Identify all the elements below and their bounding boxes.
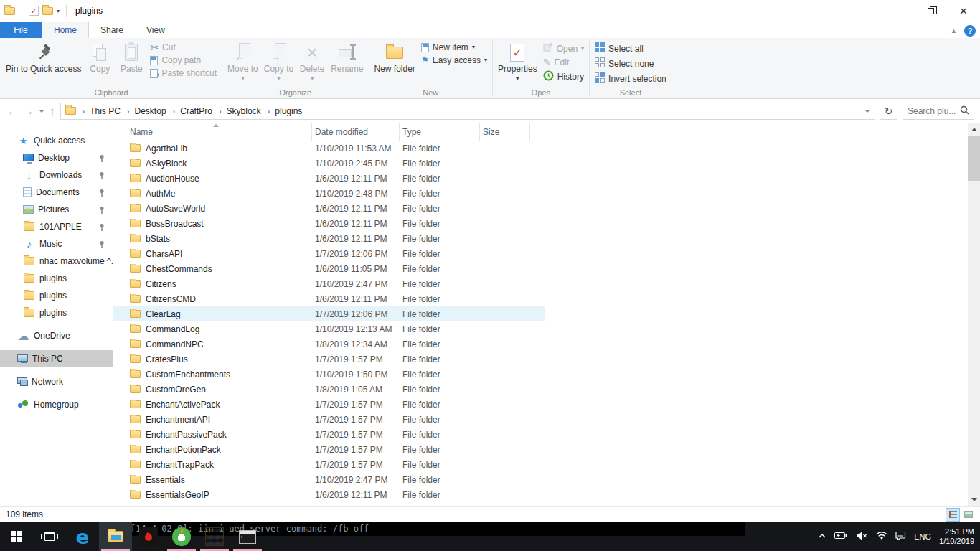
taskbar-button[interactable] xyxy=(99,522,132,551)
move-to-button[interactable]: Move to▾ xyxy=(225,39,261,84)
close-button[interactable]: ✕ xyxy=(947,0,980,22)
customize-qat-dropdown-icon[interactable]: ▾ xyxy=(57,8,60,14)
breadcrumb-segment[interactable]: ›This PC xyxy=(77,106,121,116)
new-folder-qat-icon[interactable] xyxy=(42,7,53,15)
sidebar-item[interactable]: plugins xyxy=(0,270,113,287)
search-input[interactable]: Search plu... xyxy=(908,106,957,116)
file-row[interactable]: BossBroadcast 1/6/2019 12:11 PM File fol… xyxy=(113,216,545,231)
file-row[interactable]: EnchantPotionPack 1/7/2019 1:57 PM File … xyxy=(113,442,545,457)
file-row[interactable]: Citizens 1/10/2019 2:47 PM File folder xyxy=(113,276,545,291)
breadcrumb-segment[interactable]: ›plugins xyxy=(263,106,303,116)
file-row[interactable]: EnchantmentAPI 1/7/2019 1:57 PM File fol… xyxy=(113,412,545,427)
delete-button[interactable]: ✕ Delete▾ xyxy=(296,39,328,84)
sidebar-item[interactable]: plugins xyxy=(0,304,113,321)
column-header-date-modified[interactable]: Date modified xyxy=(312,123,400,141)
invert-selection-button[interactable]: Invert selection xyxy=(592,71,669,86)
select-none-button[interactable]: Select none xyxy=(592,56,669,71)
help-icon[interactable]: ? xyxy=(964,25,976,37)
file-row[interactable]: ChestCommands 1/6/2019 11:05 PM File fol… xyxy=(113,261,545,276)
file-row[interactable]: AutoSaveWorld 1/6/2019 12:11 PM File fol… xyxy=(113,201,545,216)
action-center-icon[interactable] xyxy=(895,531,906,542)
new-folder-button[interactable]: New folder xyxy=(372,39,418,75)
file-row[interactable]: bStats 1/6/2019 12:11 PM File folder xyxy=(113,231,545,246)
open-button[interactable]: Open▾ xyxy=(540,41,587,56)
tab-file[interactable]: File xyxy=(0,22,42,38)
paste-button[interactable]: Paste xyxy=(116,39,147,75)
edit-button[interactable]: ✎ Edit xyxy=(540,56,587,69)
up-icon[interactable]: ↑ xyxy=(50,105,55,117)
taskbar-button[interactable] xyxy=(231,522,264,551)
file-row[interactable]: EssentialsGeoIP 1/6/2019 12:11 PM File f… xyxy=(113,487,545,502)
collapse-ribbon-icon[interactable]: ▲ xyxy=(951,27,957,34)
sidebar-item[interactable]: Network xyxy=(0,373,113,390)
cut-button[interactable]: ✂ Cut xyxy=(147,41,220,54)
scrollbar-thumb[interactable] xyxy=(968,136,980,181)
taskbar-button[interactable] xyxy=(132,522,165,551)
refresh-icon[interactable]: ↻ xyxy=(880,103,897,120)
file-row[interactable]: EnchantPassivePack 1/7/2019 1:57 PM File… xyxy=(113,427,545,442)
sidebar-item[interactable]: 101APPLE xyxy=(0,218,113,235)
file-row[interactable]: AgarthaLib 1/10/2019 11:53 AM File folde… xyxy=(113,141,545,156)
file-row[interactable]: ClearLag 1/7/2019 12:06 PM File folder xyxy=(113,306,545,321)
properties-check-icon[interactable]: ✓ xyxy=(29,6,39,16)
column-header-type[interactable]: Type xyxy=(400,123,480,141)
details-view-button[interactable] xyxy=(946,508,960,522)
scroll-up-icon[interactable] xyxy=(968,123,980,136)
file-row[interactable]: EnchantTrapPack 1/7/2019 1:57 PM File fo… xyxy=(113,457,545,472)
file-row[interactable]: ASkyBlock 1/10/2019 2:45 PM File folder xyxy=(113,156,545,171)
sidebar-item[interactable]: Documents xyxy=(0,184,113,201)
tray-chevron-up-icon[interactable] xyxy=(818,532,826,542)
file-row[interactable]: CitizensCMD 1/6/2019 12:11 PM File folde… xyxy=(113,291,545,306)
history-button[interactable]: History xyxy=(540,69,587,85)
breadcrumb-segment[interactable]: ›Skyblock xyxy=(214,106,261,116)
restore-button[interactable] xyxy=(914,0,947,22)
easy-access-button[interactable]: ⚑ Easy access▾ xyxy=(418,54,490,67)
wifi-icon[interactable] xyxy=(876,532,887,542)
search-box[interactable]: Search plu... xyxy=(903,103,974,120)
thumbnails-view-button[interactable] xyxy=(961,508,976,522)
new-item-button[interactable]: New item▾ xyxy=(418,41,490,54)
paste-shortcut-button[interactable]: Paste shortcut xyxy=(147,67,220,80)
tab-share[interactable]: Share xyxy=(89,22,135,38)
clock[interactable]: 2:51 PM 1/10/2019 xyxy=(939,527,974,546)
back-icon[interactable]: ← xyxy=(7,105,18,117)
address-dropdown-icon[interactable] xyxy=(859,103,875,119)
taskbar-button[interactable] xyxy=(198,522,231,551)
sidebar-item[interactable]: Desktop xyxy=(0,149,113,166)
pin-to-quick-access-button[interactable]: Pin to Quick access xyxy=(3,39,84,75)
file-row[interactable]: AuctionHouse 1/6/2019 12:11 PM File fold… xyxy=(113,171,545,186)
sidebar-item[interactable]: Pictures xyxy=(0,201,113,218)
sidebar-item[interactable]: plugins xyxy=(0,287,113,304)
column-header-name[interactable]: Name xyxy=(127,123,312,141)
scroll-down-icon[interactable] xyxy=(968,494,980,506)
file-row[interactable]: Essentials 1/10/2019 2:47 PM File folder xyxy=(113,472,545,487)
recent-locations-icon[interactable] xyxy=(39,110,44,113)
taskbar-button[interactable] xyxy=(33,522,66,551)
battery-icon[interactable] xyxy=(834,532,848,542)
file-row[interactable]: CustomEnchantments 1/10/2019 1:50 PM Fil… xyxy=(113,367,545,382)
breadcrumb-segment[interactable]: ›CraftPro xyxy=(168,106,212,116)
sidebar-item[interactable]: This PC xyxy=(0,350,113,367)
sidebar-item[interactable]: Homegroup xyxy=(0,396,113,413)
select-all-button[interactable]: Select all xyxy=(592,41,669,56)
sidebar-item-quick-access[interactable]: Quick access xyxy=(0,132,113,149)
sidebar-item[interactable]: OneDrive xyxy=(0,327,113,344)
taskbar-button[interactable] xyxy=(0,522,33,551)
taskbar-button[interactable] xyxy=(165,522,198,551)
copy-button[interactable]: Copy xyxy=(84,39,116,75)
copy-path-button[interactable]: Copy path xyxy=(147,54,220,67)
file-row[interactable]: AuthMe 1/10/2019 2:48 PM File folder xyxy=(113,186,545,201)
vertical-scrollbar[interactable] xyxy=(968,123,980,506)
file-row[interactable]: CharsAPI 1/7/2019 12:06 PM File folder xyxy=(113,246,545,261)
language-indicator[interactable]: ENG xyxy=(914,532,931,541)
file-row[interactable]: CratesPlus 1/7/2019 1:57 PM File folder xyxy=(113,352,545,367)
file-row[interactable]: CommandNPC 1/8/2019 12:34 AM File folder xyxy=(113,336,545,352)
tab-home[interactable]: Home xyxy=(42,22,89,38)
tab-view[interactable]: View xyxy=(135,22,176,38)
address-bar[interactable]: ›This PC ›Desktop ›CraftPro ›Skyblock ›p… xyxy=(60,103,876,120)
file-row[interactable]: CommandLog 1/10/2019 12:13 AM File folde… xyxy=(113,321,545,336)
file-row[interactable]: EnchantActivePack 1/7/2019 1:57 PM File … xyxy=(113,397,545,412)
forward-icon[interactable]: → xyxy=(23,105,34,117)
properties-button[interactable]: ✓ Properties▾ xyxy=(495,39,540,84)
column-header-size[interactable]: Size xyxy=(480,123,530,141)
